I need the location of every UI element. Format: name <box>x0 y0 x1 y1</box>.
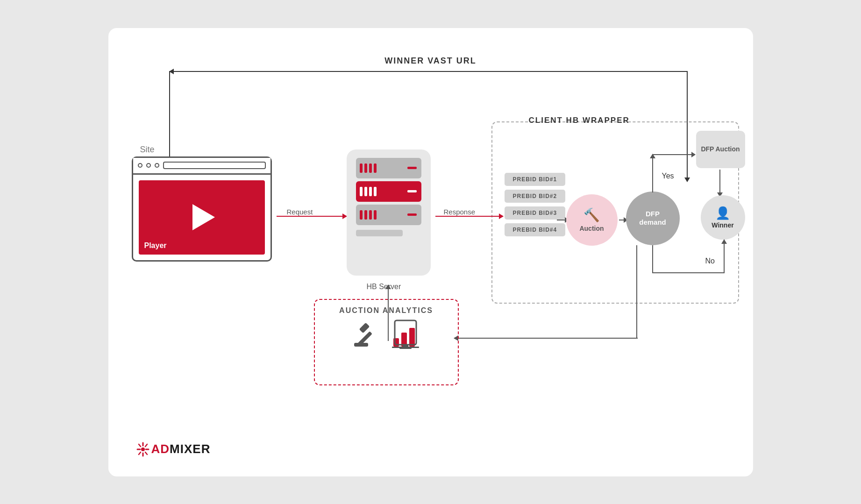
s-led <box>364 163 367 173</box>
dot-1 <box>138 163 142 168</box>
auction-circle: 🔨 Auction <box>566 194 618 246</box>
winner-text: Winner <box>712 221 733 229</box>
s-led <box>364 187 367 196</box>
svg-line-18 <box>139 452 141 454</box>
yes-label: Yes <box>662 172 674 180</box>
dfp-auction-text: DFP Auction <box>701 145 740 153</box>
analytics-icons <box>351 319 421 350</box>
analytics-box: AUCTION ANALYTICS <box>314 299 459 385</box>
s-led <box>369 187 372 196</box>
player-label: Player <box>144 241 167 250</box>
svg-line-15 <box>139 444 141 447</box>
dfp-no-down-arrow <box>652 245 653 273</box>
player-window: Player <box>132 156 272 262</box>
analytics-chart-icon <box>391 319 421 350</box>
s-led <box>374 187 377 196</box>
s-led <box>369 163 372 173</box>
svg-point-10 <box>141 447 145 451</box>
s-led <box>360 187 363 196</box>
dfp-auction-box: DFP Auction <box>696 131 745 168</box>
winner-person-icon: 👤 <box>715 206 730 220</box>
gavel-icon: 🔨 <box>583 207 600 223</box>
hb-server-label: HB Server <box>367 283 401 291</box>
s-led <box>364 210 367 220</box>
auction-label: Auction <box>579 225 604 232</box>
response-label: Response <box>444 208 476 216</box>
server-base <box>356 230 403 236</box>
server-unit-3 <box>356 205 421 225</box>
svg-line-16 <box>145 452 147 454</box>
admixer-text: ADMIXER <box>151 442 211 456</box>
dot-2 <box>146 163 151 168</box>
dfp-to-analytics-vertical-arrow <box>636 245 637 339</box>
server-leds-2 <box>360 187 377 196</box>
analytics-label: AUCTION ANALYTICS <box>339 306 433 315</box>
no-up-arrow <box>724 240 725 273</box>
analytics-gavel-icon <box>351 319 382 350</box>
prebid-bid-1: PREBID BID#1 <box>505 173 566 186</box>
player-content: Player <box>139 180 265 255</box>
s-led <box>374 163 377 173</box>
s-led <box>374 210 377 220</box>
svg-rect-9 <box>399 348 412 349</box>
winner-vast-url-label: WINNER VAST URL <box>384 56 477 66</box>
admixer-logo: ADMIXER <box>136 442 211 457</box>
server-unit-1 <box>356 158 421 178</box>
url-bar <box>163 162 266 169</box>
main-card: WINNER VAST URL CLIENT HB WRAPPER Site P… <box>108 28 753 476</box>
s-led <box>360 210 363 220</box>
server-leds-3 <box>360 210 377 220</box>
play-button-icon <box>192 204 215 230</box>
server-leds-1 <box>360 163 377 173</box>
request-label: Request <box>287 208 313 216</box>
svg-line-17 <box>145 444 147 447</box>
dfp-demand-circle: DFPdemand <box>626 192 680 245</box>
hb-server-box <box>347 149 431 276</box>
dfp-yes-right-arrow <box>653 154 695 155</box>
vast-url-arrow-horizontal <box>169 71 688 72</box>
player-titlebar <box>133 158 270 175</box>
server-stack <box>356 158 421 236</box>
s-dash <box>407 167 417 169</box>
prebid-bid-2: PREBID BID#2 <box>505 190 566 203</box>
no-right-arrow <box>652 272 725 273</box>
s-led <box>360 163 363 173</box>
server-unit-2 <box>356 181 421 202</box>
no-label: No <box>705 257 715 265</box>
winner-circle: 👤 Winner <box>701 195 745 240</box>
dfp-to-analytics-horizontal-arrow <box>454 338 638 339</box>
svg-rect-5 <box>409 328 415 347</box>
dfp-demand-label: DFPdemand <box>639 210 666 227</box>
s-dash <box>407 190 417 192</box>
client-hb-wrapper-label: CLIENT HB WRAPPER <box>529 116 630 125</box>
dfp-yes-up-arrow <box>652 154 653 192</box>
dfp-auction-to-winner-arrow <box>719 170 720 197</box>
svg-rect-1 <box>359 322 370 333</box>
request-arrow <box>277 216 347 217</box>
site-label: Site <box>140 145 155 155</box>
s-dash <box>407 213 417 216</box>
dot-3 <box>155 163 159 168</box>
prebid-bid-4: PREBID BID#4 <box>505 223 566 236</box>
svg-rect-8 <box>403 345 408 348</box>
prebid-bids-container: PREBID BID#1 PREBID BID#2 PREBID BID#3 P… <box>505 173 566 236</box>
svg-rect-2 <box>354 343 368 347</box>
admixer-star-icon <box>136 442 149 457</box>
response-arrow <box>435 216 503 217</box>
prebid-bid-3: PREBID BID#3 <box>505 206 566 220</box>
s-led <box>369 210 372 220</box>
